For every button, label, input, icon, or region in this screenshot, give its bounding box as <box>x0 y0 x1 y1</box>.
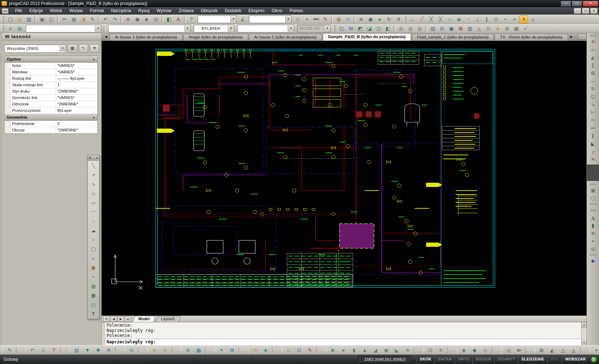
toolbar-grip[interactable] <box>404 16 406 22</box>
menu-item[interactable]: Widok <box>46 7 66 15</box>
erase-icon[interactable]: ✕ <box>588 38 598 46</box>
explode-icon[interactable]: ✳ <box>588 155 598 163</box>
zoom-rt-icon[interactable]: ◉ <box>366 15 375 24</box>
tab-scroll-left-icon[interactable]: ◀ <box>104 34 108 40</box>
toolbar-grip[interactable] <box>590 203 596 205</box>
lengthen-icon[interactable]: ⊢ <box>588 108 598 116</box>
toolbar-grip[interactable] <box>2 16 4 22</box>
document-tab[interactable]: Ar house 2 (tylko do przeglądania) <box>249 34 322 41</box>
trim-icon[interactable]: ✂ <box>588 116 598 124</box>
dim-edit-icon[interactable]: ∠ <box>239 15 247 24</box>
xref-reload-icon[interactable]: ▣ <box>447 25 456 33</box>
layout-nav-button[interactable]: ◀ <box>110 316 117 322</box>
coordinate-display[interactable]: 1582.3048,551.9098,0 <box>358 356 411 363</box>
copy-nested-icon[interactable]: ▣ <box>588 186 598 194</box>
xref-detach-icon[interactable]: ⊟ <box>438 25 446 33</box>
layer-vpfreeze-icon[interactable]: ▦ <box>194 346 204 354</box>
image-clip-icon[interactable]: ⊡ <box>484 25 493 33</box>
view-top-icon[interactable]: ◫ <box>374 25 383 33</box>
circle-icon[interactable]: ○ <box>89 217 98 225</box>
menu-item[interactable]: Wymiar <box>153 7 175 15</box>
snap-tangent-icon[interactable]: ◔ <box>464 15 472 24</box>
ellipse-icon[interactable]: ◯ <box>89 245 98 253</box>
child-close-button[interactable]: ✕ <box>590 8 598 14</box>
open-icon[interactable]: ▤ <box>15 15 24 24</box>
layer-off-icon[interactable]: ⊙ <box>127 346 137 354</box>
stretch-icon[interactable]: ↘ <box>588 100 598 108</box>
dim-10-icon[interactable]: ⊡ <box>294 346 304 354</box>
layout-nav-button[interactable]: ⏮ <box>103 316 110 322</box>
tab-overflow-button[interactable]: .... <box>578 34 587 40</box>
scroll-up-icon[interactable]: ▲ <box>582 322 587 328</box>
layout-nav-button[interactable]: ⏭ <box>124 316 131 322</box>
minimize-button[interactable]: — <box>560 1 571 7</box>
toolbar-grip[interactable] <box>2 347 3 353</box>
surface-2d-icon[interactable]: ◁ <box>503 346 513 354</box>
document-tab[interactable]: Ar house 1 (tylko do przeglądania) <box>109 34 183 41</box>
layer-combo[interactable]: ▼ <box>26 25 101 32</box>
copy-icon[interactable]: ▦ <box>70 15 78 24</box>
property-value[interactable]: *ZMIENNE* <box>56 127 97 133</box>
menu-item[interactable]: Okno <box>268 7 286 15</box>
view-front-icon[interactable]: ◧ <box>384 25 392 33</box>
snap-node-icon[interactable]: • <box>501 15 510 24</box>
status-toggle[interactable]: BIEGUN <box>472 355 494 364</box>
move-icon[interactable]: ↔ <box>588 77 598 85</box>
select-objects-icon[interactable]: ↖ <box>79 44 88 53</box>
view-ne-icon[interactable]: ◩ <box>356 25 364 33</box>
property-value[interactable]: *ZMIENNE* <box>56 101 97 107</box>
snap-intersection-icon[interactable]: ╳ <box>427 15 435 24</box>
undo-icon[interactable]: ↶ <box>101 15 110 24</box>
property-value[interactable]: *VARIES* <box>56 69 97 75</box>
subtract-icon[interactable]: ◆ <box>470 346 480 354</box>
pedit-icon[interactable]: ◮ <box>588 214 598 222</box>
match-properties-icon[interactable]: ✎ <box>88 15 97 24</box>
menu-item[interactable]: Rysuj <box>135 7 153 15</box>
image-attach-icon[interactable]: ◬ <box>475 25 483 33</box>
document-tab[interactable]: Image (tylko do przeglądania) <box>183 34 248 41</box>
mesh-pyramid-icon[interactable]: △ <box>558 346 568 354</box>
arc-icon[interactable]: ◠ <box>89 208 98 216</box>
surface-3d-icon[interactable]: ≫ <box>514 346 524 354</box>
status-toggle[interactable]: MOBSZAR <box>562 355 589 364</box>
ucs-dialog-icon[interactable]: ⌖ <box>303 15 311 24</box>
property-value[interactable]: *VARIES* <box>56 95 97 101</box>
viewport-icon[interactable]: ◰ <box>337 25 346 33</box>
close-icon[interactable]: ✕ <box>96 156 98 160</box>
toolbar-grip[interactable] <box>590 254 596 256</box>
layer-delete-icon[interactable]: ⊠ <box>227 346 237 354</box>
property-value[interactable]: *VARIES* <box>56 63 97 69</box>
snap-perpendicular-icon[interactable]: ⊥ <box>473 15 482 24</box>
command-grip[interactable] <box>102 322 105 346</box>
render-icon[interactable]: ◍ <box>334 15 343 24</box>
save-icon[interactable]: ▥ <box>25 15 33 24</box>
pan-icon[interactable]: ⊕ <box>124 15 132 24</box>
redo-icon[interactable]: ↷ <box>111 15 119 24</box>
leader-icon[interactable]: ✎ <box>305 346 315 354</box>
group-icon[interactable]: ◎ <box>397 25 405 33</box>
ucs-view-icon[interactable]: ◎ <box>588 245 598 253</box>
solid-cone-icon[interactable]: ▲ <box>360 346 370 354</box>
snap-magnet-icon[interactable]: ∪ <box>529 15 537 24</box>
toolbar-grip[interactable] <box>590 183 596 185</box>
property-value[interactable]: ——— ByLayer <box>56 76 97 82</box>
help-icon[interactable]: ? <box>187 15 196 24</box>
menu-item[interactable]: Plik <box>11 7 26 15</box>
match-layer-icon[interactable]: ✎ <box>5 346 15 354</box>
break-icon[interactable]: ∦ <box>588 132 598 140</box>
snap-clear-icon[interactable]: ✕ <box>519 15 528 24</box>
xref-unload-icon[interactable]: ⊠ <box>456 25 465 33</box>
linetype-combo[interactable]: BYLAYER▼ <box>194 25 234 32</box>
menu-item[interactable]: Zmiana <box>175 7 197 15</box>
drawing-canvas[interactable] <box>102 41 587 316</box>
view-nw-icon[interactable]: ◪ <box>365 25 374 33</box>
color-combo[interactable]: ▼ <box>108 25 191 32</box>
cut-icon[interactable]: ✂ <box>60 15 69 24</box>
align-icon[interactable]: ⌖ <box>588 237 598 245</box>
scale-icon[interactable]: ◱ <box>588 93 598 100</box>
union-icon[interactable]: ◈ <box>459 346 469 354</box>
wipeout-icon[interactable]: W <box>347 25 355 33</box>
pan-rt-icon[interactable]: ⊕ <box>357 15 365 24</box>
zoom-realtime-icon[interactable]: ◉ <box>133 15 142 24</box>
toolbar-grip[interactable] <box>333 25 336 32</box>
